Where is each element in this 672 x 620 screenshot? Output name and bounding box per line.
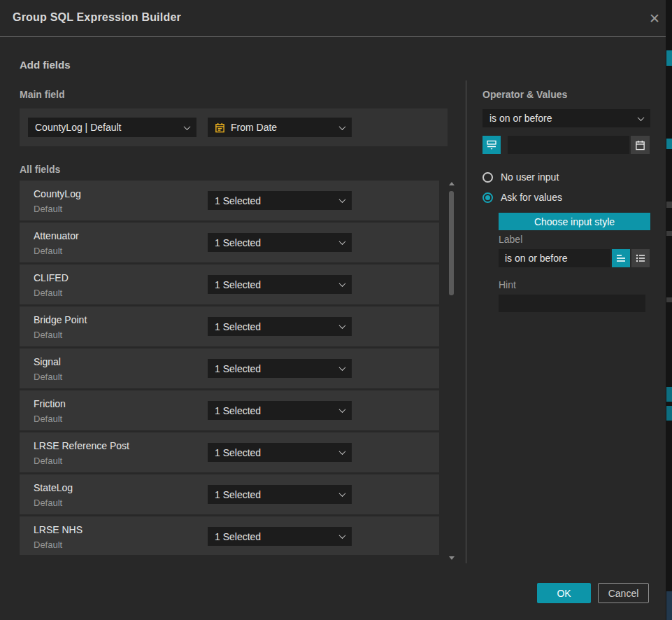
field-sublabel: Default: [34, 372, 62, 382]
chevron-down-icon: [339, 280, 346, 287]
scrollbar-up-arrow[interactable]: [449, 182, 455, 185]
field-selection-dropdown[interactable]: 1 Selected: [208, 401, 352, 420]
label-input[interactable]: [499, 249, 610, 267]
label-caption: Label: [499, 234, 522, 245]
chevron-down-icon: [339, 364, 346, 371]
main-field-heading: Main field: [20, 89, 65, 100]
field-selection-dropdown[interactable]: 1 Selected: [208, 275, 352, 294]
radio-ask-for-values[interactable]: Ask for values: [482, 192, 562, 203]
chevron-down-icon: [339, 448, 346, 455]
selection-value: 1 Selected: [215, 237, 334, 248]
dataset-dropdown-value: CountyLog | Default: [35, 122, 179, 133]
selection-value: 1 Selected: [215, 531, 334, 542]
field-row-clifed: CLIFED Default 1 Selected: [20, 265, 439, 304]
selection-value: 1 Selected: [215, 195, 334, 206]
value-type-toggle-button[interactable]: [482, 136, 501, 154]
field-row-bridge-point: Bridge Point Default 1 Selected: [20, 307, 439, 346]
operator-dropdown[interactable]: is on or before: [482, 109, 650, 127]
radio-button-selected-icon: [482, 192, 493, 203]
field-name: StateLog: [34, 482, 73, 493]
scrollbar-thumb[interactable]: [449, 191, 454, 295]
field-name: CLIFED: [34, 272, 69, 283]
chevron-down-icon: [339, 238, 346, 245]
field-selection-dropdown[interactable]: 1 Selected: [208, 485, 352, 504]
date-picker-button[interactable]: [631, 136, 650, 154]
choose-input-style-button[interactable]: Choose input style: [499, 213, 650, 230]
panel-divider: [466, 80, 466, 563]
field-row-countylog: CountyLog Default 1 Selected: [20, 181, 439, 220]
field-sublabel: Default: [34, 498, 62, 508]
field-name: LRSE NHS: [34, 524, 83, 535]
dataset-dropdown[interactable]: CountyLog | Default: [28, 118, 196, 137]
edge-segment: [666, 50, 672, 66]
field-name: LRSE Reference Post: [34, 440, 129, 451]
field-sublabel: Default: [34, 204, 62, 214]
chevron-down-icon: [339, 406, 346, 413]
chevron-down-icon: [184, 123, 191, 130]
field-selection-dropdown[interactable]: 1 Selected: [208, 359, 352, 378]
field-name: Attenuator: [34, 230, 79, 241]
edge-segment: [666, 297, 672, 302]
edge-segment: [666, 406, 672, 421]
field-sublabel: Default: [34, 456, 62, 466]
chevron-down-icon: [339, 196, 346, 203]
all-fields-heading: All fields: [20, 164, 60, 175]
operator-dropdown-value: is on or before: [489, 113, 633, 124]
field-selection-dropdown[interactable]: 1 Selected: [208, 191, 352, 210]
field-selection-dropdown[interactable]: 1 Selected: [208, 233, 352, 252]
radio-no-user-input[interactable]: No user input: [482, 171, 559, 183]
field-sublabel: Default: [34, 246, 62, 256]
edge-segment: [666, 139, 672, 149]
hint-caption: Hint: [499, 279, 516, 290]
single-field-style-button[interactable]: [612, 249, 630, 267]
field-row-signal: Signal Default 1 Selected: [20, 348, 439, 388]
field-sublabel: Default: [34, 540, 62, 550]
field-row-friction: Friction Default 1 Selected: [20, 390, 439, 430]
main-field-dropdown[interactable]: From Date: [208, 118, 352, 137]
selection-value: 1 Selected: [215, 405, 334, 416]
dialog-title-bar: Group SQL Expression Builder ✕: [0, 0, 666, 37]
field-name: CountyLog: [34, 188, 81, 199]
field-row-lrse-reference-post: LRSE Reference Post Default 1 Selected: [20, 432, 439, 472]
scrollbar-down-arrow[interactable]: [449, 556, 455, 560]
selection-value: 1 Selected: [215, 489, 334, 500]
radio-button-icon: [482, 172, 493, 183]
cancel-button[interactable]: Cancel: [598, 583, 649, 603]
ok-button[interactable]: OK: [537, 583, 591, 603]
add-fields-heading: Add fields: [20, 59, 71, 71]
chevron-down-icon: [339, 322, 346, 329]
field-sublabel: Default: [34, 414, 62, 424]
field-row-attenuator: Attenuator Default 1 Selected: [20, 223, 439, 262]
field-selection-dropdown[interactable]: 1 Selected: [208, 443, 352, 462]
list-style-button[interactable]: [631, 249, 650, 267]
chevron-down-icon: [638, 114, 645, 121]
chevron-down-icon: [339, 490, 346, 497]
hint-input[interactable]: [499, 295, 645, 312]
chevron-down-icon: [339, 532, 346, 539]
radio-label: No user input: [501, 171, 559, 183]
field-name: Friction: [34, 398, 66, 409]
field-name: Bridge Point: [34, 314, 87, 325]
calendar-icon: [635, 140, 645, 150]
selection-value: 1 Selected: [215, 363, 334, 374]
align-left-icon: [616, 253, 626, 263]
chevron-down-icon: [339, 123, 346, 130]
selection-value: 1 Selected: [215, 279, 334, 290]
field-row-lrse-nhs: LRSE NHS Default 1 Selected: [20, 516, 439, 555]
edge-segment: [666, 591, 672, 620]
radio-label: Ask for values: [501, 192, 562, 203]
main-field-panel: CountyLog | Default From Date: [20, 108, 448, 146]
field-selection-dropdown[interactable]: 1 Selected: [208, 317, 352, 336]
value-input[interactable]: [508, 136, 629, 154]
edge-segment: [666, 231, 672, 236]
field-selection-dropdown[interactable]: 1 Selected: [208, 527, 352, 546]
bulleted-list-icon: [636, 253, 645, 263]
field-sublabel: Default: [34, 288, 62, 298]
main-field-dropdown-value: From Date: [231, 122, 334, 133]
close-icon[interactable]: ✕: [645, 8, 664, 28]
edge-segment: [666, 202, 672, 208]
operator-values-heading: Operator & Values: [482, 89, 567, 100]
selection-value: 1 Selected: [215, 447, 334, 458]
stacked-values-icon: [487, 140, 496, 150]
selection-value: 1 Selected: [215, 321, 334, 332]
